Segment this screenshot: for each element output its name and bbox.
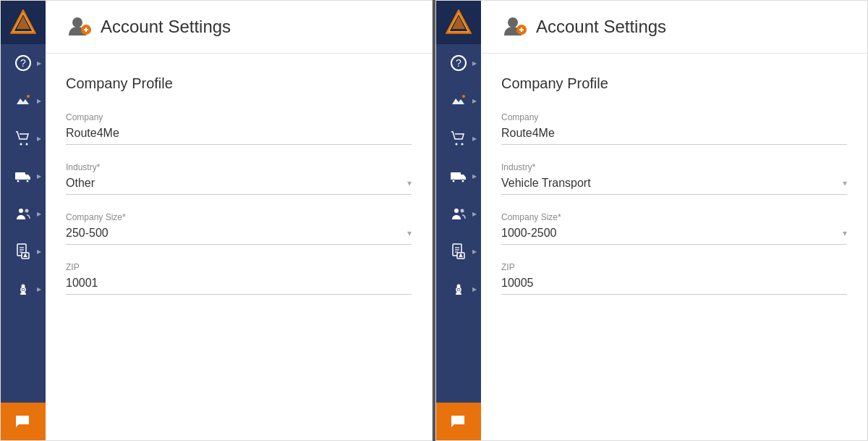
right-account-settings-header-icon: [501, 14, 527, 40]
right-chevron-right-icon: ▶: [472, 173, 477, 180]
svg-point-7: [26, 143, 28, 146]
right-sidebar-item-team[interactable]: ▶: [436, 195, 481, 232]
left-section-title: Company Profile: [66, 75, 412, 92]
sidebar-item-orders[interactable]: ▶: [1, 119, 46, 157]
svg-point-35: [454, 209, 459, 213]
right-chevron-right-icon: ▶: [472, 135, 477, 142]
settings-icon: [13, 279, 33, 299]
svg-point-33: [452, 180, 455, 182]
svg-point-31: [461, 143, 464, 146]
svg-point-22: [72, 17, 82, 28]
svg-point-34: [461, 180, 464, 182]
right-chat-button[interactable]: [436, 403, 481, 440]
svg-point-46: [508, 17, 518, 28]
right-zip-label: ZIP: [501, 262, 847, 272]
right-company-label: Company: [501, 112, 847, 122]
left-panel: ? ▶ ▶: [0, 0, 433, 441]
svg-rect-8: [15, 172, 25, 180]
right-company-size-dropdown-arrow: ▾: [843, 228, 847, 238]
svg-point-30: [456, 143, 458, 146]
left-company-value[interactable]: Route4Me: [66, 127, 412, 145]
right-company-size-label: Company Size*: [501, 212, 847, 222]
sidebar-item-dispatch[interactable]: ▶: [1, 157, 46, 195]
svg-point-11: [19, 209, 23, 213]
left-company-size-label: Company Size*: [66, 212, 412, 222]
svg-point-45: [458, 289, 460, 291]
svg-point-10: [26, 180, 29, 182]
left-company-size-dropdown[interactable]: 250-500 ▾: [66, 227, 412, 245]
right-zip-value[interactable]: 10005: [501, 277, 847, 295]
svg-point-29: [462, 95, 465, 98]
right-sidebar-item-orders[interactable]: ▶: [436, 119, 481, 157]
right-help-icon: ?: [448, 53, 469, 73]
sidebar-item-reports[interactable]: ▶: [1, 232, 46, 270]
right-chevron-right-icon: ▶: [472, 60, 477, 67]
cart-icon: [13, 128, 33, 148]
right-company-value[interactable]: Route4Me: [501, 127, 847, 145]
left-page-title: Account Settings: [101, 17, 231, 37]
reports-icon: [13, 241, 33, 261]
help-icon: ?: [13, 53, 33, 73]
right-sidebar-item-settings[interactable]: ▶: [436, 270, 481, 308]
sidebar-item-help[interactable]: ? ▶: [1, 44, 46, 82]
chevron-right-icon: ▶: [37, 135, 41, 142]
right-sidebar-item-analytics[interactable]: ▶: [436, 82, 481, 119]
svg-point-21: [22, 289, 25, 291]
sidebar-item-settings[interactable]: ▶: [1, 270, 46, 308]
right-chevron-right-icon: ▶: [472, 248, 477, 255]
right-settings-icon: [448, 279, 469, 299]
svg-point-9: [17, 180, 20, 182]
left-company-size-field: Company Size* 250-500 ▾: [66, 212, 412, 245]
left-sidebar: ? ▶ ▶: [1, 1, 46, 440]
left-main-content: Account Settings Company Profile Company…: [46, 1, 432, 440]
industry-dropdown-arrow: ▾: [407, 178, 412, 188]
svg-point-12: [25, 209, 29, 213]
right-chevron-right-icon: ▶: [472, 286, 477, 293]
right-truck-icon: [448, 166, 469, 186]
svg-rect-32: [451, 172, 461, 180]
right-chevron-right-icon: ▶: [472, 211, 477, 217]
right-industry-label: Industry*: [501, 162, 847, 172]
svg-point-5: [27, 95, 30, 98]
right-company-size-dropdown[interactable]: 1000-2500 ▾: [501, 227, 847, 245]
left-company-field: Company Route4Me: [66, 112, 412, 145]
right-industry-dropdown-arrow: ▾: [843, 178, 847, 188]
team-icon: [13, 203, 33, 224]
right-cart-icon: [448, 128, 469, 148]
right-section-title: Company Profile: [501, 75, 847, 92]
right-panel: ? ▶ ▶: [435, 0, 868, 441]
left-industry-dropdown[interactable]: Other ▾: [66, 177, 412, 195]
right-content-area: Company Profile Company Route4Me Industr…: [481, 54, 867, 440]
right-logo[interactable]: [436, 1, 481, 44]
svg-point-36: [461, 209, 464, 213]
svg-point-20: [22, 285, 25, 288]
right-nav: ? ▶ ▶: [436, 44, 481, 403]
logo[interactable]: [1, 1, 46, 44]
left-nav: ? ▶ ▶: [1, 44, 46, 403]
chevron-right-icon: ▶: [37, 98, 41, 104]
right-team-icon: [448, 203, 469, 224]
right-sidebar-item-dispatch[interactable]: ▶: [436, 157, 481, 195]
right-sidebar-item-reports[interactable]: ▶: [436, 232, 481, 270]
sidebar-item-team[interactable]: ▶: [1, 195, 46, 232]
chevron-right-icon: ▶: [37, 248, 41, 255]
right-sidebar-item-help[interactable]: ? ▶: [436, 44, 481, 82]
sidebar-item-analytics[interactable]: ▶: [1, 82, 46, 119]
analytics-icon: [13, 91, 33, 111]
account-settings-header-icon: [66, 14, 92, 40]
svg-text:?: ?: [20, 57, 26, 69]
chevron-right-icon: ▶: [37, 173, 41, 180]
company-size-dropdown-arrow: ▾: [407, 228, 412, 238]
left-industry-field: Industry* Other ▾: [66, 162, 412, 195]
left-zip-value[interactable]: 10001: [66, 277, 412, 295]
right-industry-dropdown[interactable]: Vehicle Transport ▾: [501, 177, 847, 195]
chevron-right-icon: ▶: [37, 60, 41, 67]
truck-icon: [13, 166, 33, 186]
right-analytics-icon: [448, 91, 469, 111]
left-page-header: Account Settings: [46, 1, 432, 54]
chevron-right-icon: ▶: [37, 286, 41, 293]
right-zip-field: ZIP 10005: [501, 262, 847, 295]
chat-button[interactable]: [1, 403, 46, 440]
right-main-content: Account Settings Company Profile Company…: [481, 1, 867, 440]
svg-point-44: [457, 285, 461, 288]
